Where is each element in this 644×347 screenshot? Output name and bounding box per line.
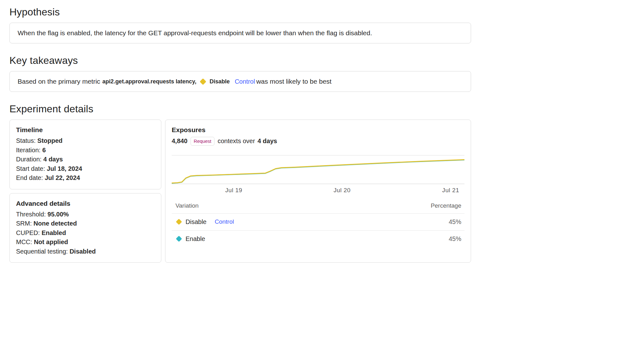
threshold-value: 95.00% [47,211,69,218]
timeline-row-iteration: Iteration: 6 [16,146,155,155]
control-link[interactable]: Control [235,78,255,85]
advanced-row-srm: SRM: None detected [16,219,155,228]
exposures-title: Exposures [172,126,464,134]
hypothesis-text: When the flag is enabled, the latency fo… [18,29,372,36]
exposures-duration: 4 days [258,137,277,145]
srm-value: None detected [34,220,77,227]
control-link[interactable]: Control [215,218,234,225]
x-axis-tick-label: Jul 21 [442,187,459,194]
exposures-chart-x-axis: Jul 19Jul 20Jul 21 [172,184,464,196]
primary-metric-name: api2.get.approval.requests latency, [103,78,197,85]
table-row-disable: Disable Control 45% [172,214,464,231]
exposures-chart-plot [172,155,464,184]
table-row-enable: Enable 45% [172,231,464,247]
hypothesis-heading: Hypothesis [9,6,471,18]
advanced-row-mcc: MCC: Not applied [16,238,155,247]
variation-column-header: Variation [175,202,199,209]
end-date-value: Jul 22, 2024 [45,174,80,181]
exposures-chart: Jul 19Jul 20Jul 21 [172,155,464,196]
timeline-row-end-date: End date: Jul 22, 2024 [16,173,155,183]
advanced-row-threshold: Threshold: 95.00% [16,210,155,219]
chart-line-enable [172,160,464,183]
winning-variation-name: Disable [209,78,230,85]
duration-value: 4 days [43,156,63,163]
disable-variation-diamond-icon [176,219,182,225]
timeline-card: Timeline Status: Stopped Iteration: 6 Du… [9,120,161,189]
sequential-testing-value: Disabled [69,248,96,255]
variation-table-header: Variation Percentage [172,200,464,214]
experiment-results-page: Hypothesis When the flag is enabled, the… [0,0,480,263]
details-left-column: Timeline Status: Stopped Iteration: 6 Du… [9,120,161,263]
experiment-details-heading: Experiment details [9,103,471,115]
timeline-row-duration: Duration: 4 days [16,155,155,164]
exposure-count: 4,840 [172,137,187,145]
percentage-value-disable: 45% [449,218,461,226]
advanced-row-sequential-testing: Sequential testing: Disabled [16,247,155,256]
variation-table: Variation Percentage Disable Control 45%… [172,200,464,247]
timeline-row-start-date: Start date: Jul 18, 2024 [16,164,155,174]
timeline-row-status: Status: Stopped [16,136,155,146]
percentage-value-enable: 45% [449,235,461,243]
exposures-middle-text: contexts over [218,137,255,145]
takeaway-suffix: was most likely to be best [256,78,331,85]
exposures-line-chart-svg [172,155,464,184]
exposures-card: Exposures 4,840 Request contexts over 4 … [165,120,471,263]
mcc-value: Not applied [34,238,68,245]
exposures-summary: 4,840 Request contexts over 4 days [172,137,464,146]
takeaway-prefix: Based on the primary metric [18,78,100,85]
request-context-kind-badge: Request [191,137,214,146]
chart-line-disable-control- [172,160,464,183]
x-axis-tick-label: Jul 20 [334,187,351,194]
percentage-column-header: Percentage [431,202,461,209]
variation-name-enable: Enable [186,235,205,243]
variation-name-disable: Disable [186,218,207,226]
experiment-details-grid: Timeline Status: Stopped Iteration: 6 Du… [9,120,471,263]
variation-diamond-icon [200,78,206,85]
timeline-title: Timeline [16,126,155,134]
x-axis-tick-label: Jul 19 [225,187,242,194]
advanced-row-cuped: CUPED: Enabled [16,228,155,238]
enable-variation-diamond-icon [176,236,182,242]
start-date-value: Jul 18, 2024 [47,165,82,172]
iteration-value: 6 [42,147,46,154]
key-takeaways-box: Based on the primary metric api2.get.app… [9,71,471,92]
advanced-details-card: Advanced details Threshold: 95.00% SRM: … [9,193,161,263]
cuped-value: Enabled [42,229,66,236]
hypothesis-box: When the flag is enabled, the latency fo… [9,23,471,43]
key-takeaways-heading: Key takeaways [9,55,471,66]
advanced-details-title: Advanced details [16,200,155,207]
status-value: Stopped [37,137,63,144]
